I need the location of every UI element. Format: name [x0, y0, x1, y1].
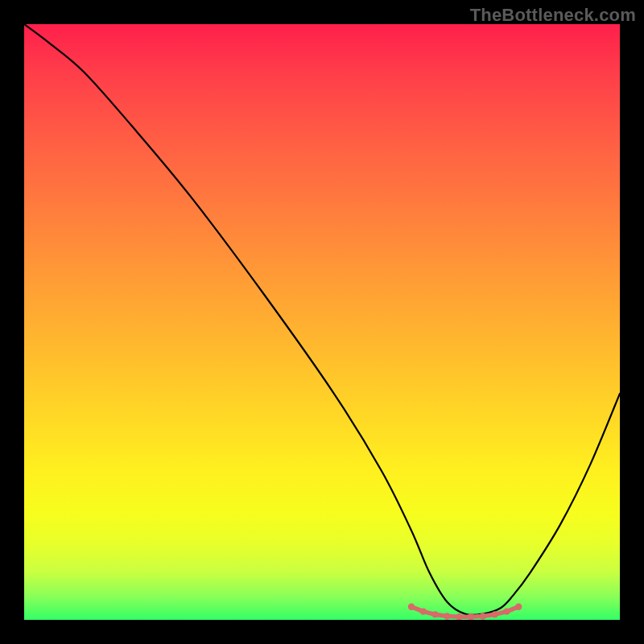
marker-dot — [491, 611, 497, 617]
markers-connector — [411, 607, 518, 617]
marker-dot — [480, 613, 486, 619]
marker-dot — [431, 611, 438, 617]
marker-dot — [456, 613, 462, 620]
marker-dot — [408, 604, 415, 610]
chart-container: TheBottleneck.com — [0, 0, 644, 644]
curve-line — [24, 24, 620, 615]
marker-dot — [420, 608, 427, 614]
watermark-text: TheBottleneck.com — [470, 5, 636, 26]
marker-dot — [444, 613, 450, 619]
plot-area — [24, 24, 620, 620]
marker-dot — [515, 604, 522, 610]
curve-svg — [24, 24, 620, 620]
marker-dot — [503, 608, 510, 614]
